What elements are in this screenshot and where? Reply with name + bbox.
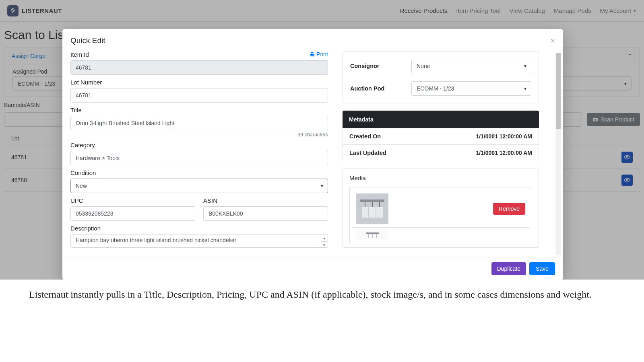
metadata-row: Created On 1/1/0001 12:00:00 AM (343, 128, 539, 145)
item-id-label: Item Id (70, 51, 328, 58)
svg-rect-6 (376, 207, 383, 218)
scroll-thumb[interactable] (556, 53, 561, 129)
duplicate-button[interactable]: Duplicate (491, 262, 526, 275)
textarea-spinner[interactable]: ▲▼ (321, 235, 327, 248)
scrollbar[interactable] (555, 53, 561, 255)
upc-label: UPC (70, 197, 195, 204)
asin-label: ASIN (203, 197, 328, 204)
category-input[interactable] (70, 151, 328, 165)
title-char-count: 39 characters (70, 132, 328, 138)
save-button[interactable]: Save (529, 262, 555, 275)
metadata-header: Metadata (343, 111, 539, 128)
svg-rect-4 (362, 207, 368, 218)
consignor-label: Consignor (350, 63, 411, 69)
created-on-label: Created On (349, 133, 381, 140)
remove-media-button[interactable]: Remove (493, 203, 525, 215)
last-updated-label: Last Updated (349, 150, 386, 156)
media-panel: Media Remove (343, 169, 539, 248)
svg-rect-3 (360, 200, 384, 202)
footer-caption: Listernaut instantly pulls in a Title, D… (0, 280, 644, 310)
lot-number-label: Lot Number (70, 79, 328, 86)
modal-title: Quick Edit (70, 36, 105, 45)
title-input[interactable] (70, 116, 328, 130)
condition-label: Condition (70, 169, 328, 176)
lot-number-input[interactable] (70, 88, 328, 103)
upc-input[interactable] (70, 206, 195, 221)
last-updated-value: 1/1/0001 12:00:00 AM (476, 150, 532, 156)
spinner-up-icon[interactable]: ▲ (321, 235, 327, 242)
asin-input[interactable] (203, 206, 328, 221)
modal-close-button[interactable]: × (550, 37, 555, 45)
description-input[interactable] (70, 234, 328, 248)
media-item: Remove (352, 190, 529, 228)
quick-edit-modal: Quick Edit × Print Item Id (62, 29, 563, 280)
created-on-value: 1/1/0001 12:00:00 AM (476, 133, 532, 140)
print-link[interactable]: Print (310, 51, 328, 58)
category-label: Category (70, 142, 328, 148)
spinner-down-icon[interactable]: ▼ (321, 242, 327, 248)
media-item (352, 228, 529, 241)
description-label: Description (70, 225, 328, 232)
auction-pod-select[interactable] (411, 81, 531, 96)
title-label: Title (70, 107, 328, 113)
print-icon (310, 52, 315, 57)
media-thumbnail (356, 230, 388, 239)
svg-rect-11 (366, 232, 379, 234)
auction-pod-label: Auction Pod (350, 85, 411, 92)
consignor-select[interactable] (411, 59, 531, 73)
condition-select[interactable] (70, 179, 328, 193)
media-label: Media (349, 175, 532, 181)
metadata-row: Last Updated 1/1/0001 12:00:00 AM (343, 145, 539, 161)
media-thumbnail (356, 193, 388, 224)
item-id-input (70, 60, 328, 75)
svg-rect-5 (369, 207, 376, 218)
